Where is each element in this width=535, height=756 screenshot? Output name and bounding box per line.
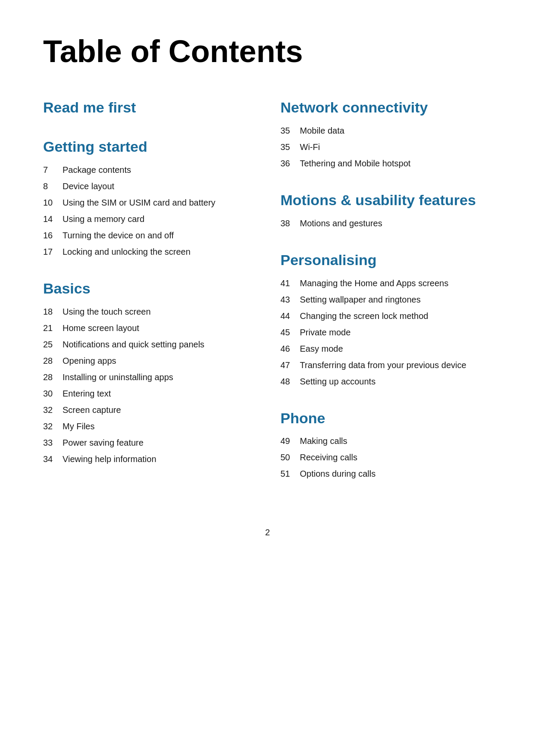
toc-page-number: 50: [281, 451, 300, 464]
toc-list-basics: 18Using the touch screen21Home screen la…: [43, 305, 255, 465]
toc-list-network-connectivity: 35Mobile data35Wi-Fi36Tethering and Mobi…: [281, 124, 492, 170]
toc-page-number: 49: [281, 434, 300, 447]
toc-page-number: 32: [43, 420, 63, 433]
toc-item[interactable]: 35Wi-Fi: [281, 141, 492, 153]
toc-item-text: Changing the screen lock method: [300, 309, 429, 322]
section-network-connectivity: Network connectivity35Mobile data35Wi-Fi…: [281, 99, 492, 170]
toc-page-number: 21: [43, 322, 63, 334]
toc-page-number: 36: [281, 157, 300, 170]
right-column: Network connectivity35Mobile data35Wi-Fi…: [281, 99, 492, 502]
toc-list-motions-usability: 38Motions and gestures: [281, 217, 492, 230]
toc-page-number: 43: [281, 293, 300, 306]
toc-item-text: Package contents: [63, 163, 131, 176]
toc-item-text: Turning the device on and off: [63, 229, 174, 242]
section-title-network-connectivity: Network connectivity: [281, 99, 492, 116]
toc-item[interactable]: 49Making calls: [281, 434, 492, 447]
toc-list-personalising: 41Managing the Home and Apps screens43Se…: [281, 277, 492, 388]
toc-item-text: Entering text: [63, 387, 111, 400]
toc-item[interactable]: 10Using the SIM or USIM card and battery: [43, 196, 255, 209]
toc-item[interactable]: 47Transferring data from your previous d…: [281, 359, 492, 372]
toc-item[interactable]: 28Installing or uninstalling apps: [43, 371, 255, 384]
toc-page-number: 47: [281, 359, 300, 372]
section-title-motions-usability: Motions & usability features: [281, 191, 492, 209]
toc-item[interactable]: 16Turning the device on and off: [43, 229, 255, 242]
toc-page-number: 8: [43, 180, 63, 193]
toc-item-text: Options during calls: [300, 467, 376, 480]
toc-item-text: Using a memory card: [63, 212, 144, 225]
toc-item[interactable]: 21Home screen layout: [43, 322, 255, 334]
toc-page-number: 7: [43, 163, 63, 176]
section-title-basics: Basics: [43, 280, 255, 297]
toc-item[interactable]: 14Using a memory card: [43, 212, 255, 225]
toc-layout: Read me firstGetting started7Package con…: [43, 99, 492, 502]
toc-page-number: 25: [43, 338, 63, 351]
toc-item-text: Notifications and quick setting panels: [63, 338, 204, 351]
toc-item[interactable]: 8Device layout: [43, 180, 255, 193]
toc-item[interactable]: 18Using the touch screen: [43, 305, 255, 318]
toc-item[interactable]: 45Private mode: [281, 326, 492, 339]
toc-item[interactable]: 38Motions and gestures: [281, 217, 492, 230]
toc-page-number: 51: [281, 467, 300, 480]
toc-list-getting-started: 7Package contents8Device layout10Using t…: [43, 163, 255, 258]
toc-item-text: Using the SIM or USIM card and battery: [63, 196, 216, 209]
toc-item-text: Installing or uninstalling apps: [63, 371, 173, 384]
section-basics: Basics18Using the touch screen21Home scr…: [43, 280, 255, 465]
toc-item[interactable]: 17Locking and unlocking the screen: [43, 245, 255, 258]
toc-page-number: 16: [43, 229, 63, 242]
toc-item[interactable]: 46Easy mode: [281, 342, 492, 355]
toc-page-number: 38: [281, 217, 300, 230]
page-footer: 2: [43, 528, 492, 537]
toc-item[interactable]: 43Setting wallpaper and ringtones: [281, 293, 492, 306]
section-motions-usability: Motions & usability features38Motions an…: [281, 191, 492, 230]
toc-page-number: 28: [43, 371, 63, 384]
toc-page-number: 48: [281, 375, 300, 388]
toc-item-text: Managing the Home and Apps screens: [300, 277, 449, 290]
toc-item[interactable]: 48Setting up accounts: [281, 375, 492, 388]
toc-item[interactable]: 30Entering text: [43, 387, 255, 400]
toc-item[interactable]: 32My Files: [43, 420, 255, 433]
toc-item-text: Setting wallpaper and ringtones: [300, 293, 421, 306]
toc-item-text: Private mode: [300, 326, 351, 339]
toc-page-number: 35: [281, 141, 300, 153]
section-personalising: Personalising41Managing the Home and App…: [281, 251, 492, 388]
toc-item-text: Transferring data from your previous dev…: [300, 359, 466, 372]
toc-item-text: Wi-Fi: [300, 141, 320, 153]
toc-item[interactable]: 36Tethering and Mobile hotspot: [281, 157, 492, 170]
toc-item[interactable]: 44Changing the screen lock method: [281, 309, 492, 322]
toc-item-text: Home screen layout: [63, 322, 139, 334]
toc-item[interactable]: 50Receiving calls: [281, 451, 492, 464]
page-title: Table of Contents: [43, 34, 492, 69]
section-phone: Phone49Making calls50Receiving calls51Op…: [281, 409, 492, 481]
toc-item-text: Easy mode: [300, 342, 343, 355]
toc-item-text: Mobile data: [300, 124, 344, 137]
toc-item[interactable]: 33Power saving feature: [43, 436, 255, 449]
toc-item[interactable]: 25Notifications and quick setting panels: [43, 338, 255, 351]
toc-item-text: My Files: [63, 420, 94, 433]
toc-item[interactable]: 34Viewing help information: [43, 453, 255, 465]
toc-page-number: 44: [281, 309, 300, 322]
section-title-getting-started: Getting started: [43, 138, 255, 156]
toc-page-number: 45: [281, 326, 300, 339]
toc-item[interactable]: 28Opening apps: [43, 354, 255, 367]
toc-item-text: Viewing help information: [63, 453, 156, 465]
toc-page-number: 46: [281, 342, 300, 355]
toc-item[interactable]: 41Managing the Home and Apps screens: [281, 277, 492, 290]
toc-item[interactable]: 7Package contents: [43, 163, 255, 176]
toc-item-text: Motions and gestures: [300, 217, 382, 230]
toc-item[interactable]: 32Screen capture: [43, 403, 255, 416]
toc-page-number: 32: [43, 403, 63, 416]
toc-item[interactable]: 51Options during calls: [281, 467, 492, 480]
toc-item-text: Opening apps: [63, 354, 116, 367]
toc-item-text: Screen capture: [63, 403, 121, 416]
toc-item[interactable]: 35Mobile data: [281, 124, 492, 137]
toc-page-number: 17: [43, 245, 63, 258]
toc-page-number: 41: [281, 277, 300, 290]
section-title-read-me-first: Read me first: [43, 99, 255, 116]
toc-item-text: Using the touch screen: [63, 305, 151, 318]
section-title-phone: Phone: [281, 409, 492, 427]
page-number: 2: [265, 528, 270, 537]
toc-list-phone: 49Making calls50Receiving calls51Options…: [281, 434, 492, 480]
toc-page-number: 35: [281, 124, 300, 137]
toc-page-number: 28: [43, 354, 63, 367]
toc-page-number: 30: [43, 387, 63, 400]
